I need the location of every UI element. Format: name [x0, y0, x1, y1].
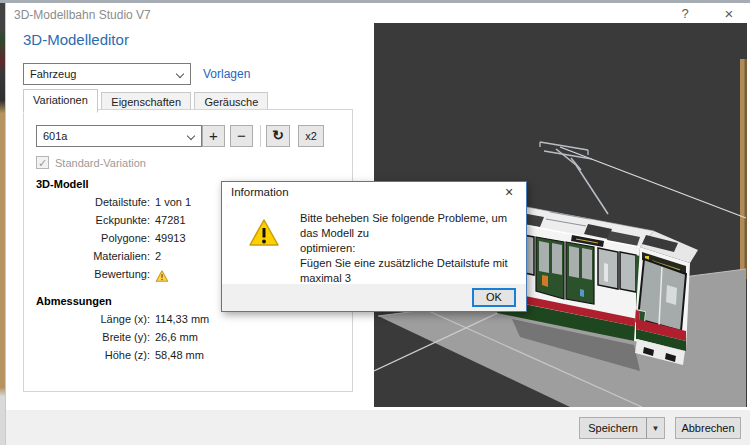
cancel-button[interactable]: Abbrechen	[675, 417, 741, 439]
dialog-footer: Speichern ▼ Abbrechen	[6, 410, 750, 445]
variation-select[interactable]: 601a	[36, 125, 202, 147]
tram-door-1	[536, 237, 564, 299]
info-row-hoehe: Höhe (z): 58,48 mm	[36, 349, 209, 367]
ok-button[interactable]: OK	[472, 288, 516, 307]
category-select-value: Fahrzeug	[30, 68, 76, 80]
information-dialog-title: Information	[231, 186, 289, 198]
category-select[interactable]: Fahrzeug	[23, 63, 191, 85]
information-dialog: Information × Bitte beheben Sie folgende…	[221, 181, 527, 312]
add-variation-button[interactable]: +	[202, 125, 225, 147]
window-title: 3D-Modellbahn Studio V7	[14, 8, 151, 22]
duplicate-x2-button[interactable]: x2	[298, 125, 324, 147]
help-button[interactable]: ?	[669, 3, 701, 25]
page-title: 3D-Modelleditor	[23, 31, 129, 48]
warning-icon	[248, 218, 280, 247]
refresh-icon[interactable]: ↻	[266, 125, 290, 147]
dimensions-rows: Länge (x): 114,33 mm Breite (y): 26,6 mm…	[36, 313, 209, 367]
warning-icon	[155, 270, 169, 282]
save-button[interactable]: Speichern	[579, 417, 646, 439]
info-row-breite: Breite (y): 26,6 mm	[36, 331, 209, 349]
tab-strip: Variationen Eigenschaften Geräusche	[23, 89, 267, 110]
model-section-title: 3D-Modell	[36, 178, 89, 190]
standard-variation-label: Standard-Variation	[55, 157, 146, 169]
info-row-laenge: Länge (x): 114,33 mm	[36, 313, 209, 331]
standard-variation-checkbox[interactable]: ✓	[36, 156, 49, 169]
templates-link[interactable]: Vorlagen	[203, 67, 250, 81]
info-row-polygone: Polygone: 49913	[36, 232, 191, 250]
info-row-bewertung: Bewertung:	[36, 268, 191, 286]
information-dialog-body: Bitte beheben Sie folgende Probleme, um …	[222, 204, 526, 286]
info-row-materialien: Materialien: 2	[36, 250, 191, 268]
remove-variation-button[interactable]: −	[230, 125, 253, 147]
close-icon[interactable]: ×	[494, 182, 524, 203]
variation-select-value: 601a	[43, 130, 67, 142]
info-row-eckpunkte: Eckpunkte: 47281	[36, 214, 191, 232]
tab-variationen[interactable]: Variationen	[23, 89, 98, 113]
save-dropdown-arrow[interactable]: ▼	[646, 417, 665, 439]
window-titlebar[interactable]: 3D-Modellbahn Studio V7 ? ×	[6, 3, 750, 25]
close-icon[interactable]: ×	[713, 3, 745, 25]
model-info-rows: Detailstufe: 1 von 1 Eckpunkte: 47281 Po…	[36, 196, 191, 286]
chevron-down-icon	[187, 132, 195, 140]
info-row-detailstufe: Detailstufe: 1 von 1	[36, 196, 191, 214]
chevron-down-icon	[176, 70, 184, 78]
screen: 3D-Modellbahn Studio V7 ? × 3D-Modelledi…	[0, 0, 750, 445]
information-dialog-footer: OK	[222, 284, 526, 311]
catenary-pole	[740, 59, 747, 279]
dimensions-section-title: Abmessungen	[36, 295, 112, 307]
toolbar-separator	[260, 125, 261, 147]
tram-door-2	[566, 242, 594, 304]
